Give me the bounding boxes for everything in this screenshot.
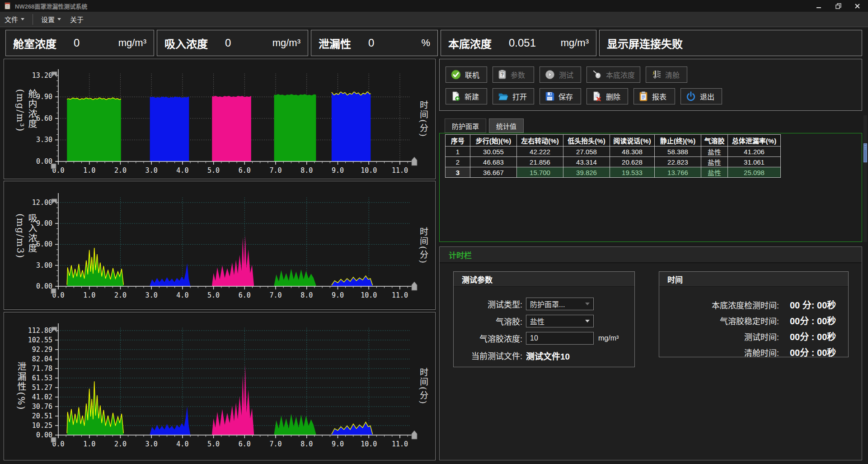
svg-text:1.0: 1.0 bbox=[83, 440, 95, 448]
svg-text:0.00: 0.00 bbox=[36, 431, 52, 439]
table-row[interactable]: 336.66715.70039.82619.53313.766盐性25.098 bbox=[446, 167, 781, 178]
tab-statistics[interactable]: 统计值 bbox=[489, 118, 524, 133]
svg-text:3.0: 3.0 bbox=[145, 166, 158, 175]
close-button[interactable] bbox=[853, 1, 862, 10]
column-header[interactable]: 气溶胶 bbox=[701, 135, 728, 147]
param-label: 气溶胶浓度: bbox=[454, 332, 522, 344]
svg-text:71.78: 71.78 bbox=[32, 365, 52, 373]
toolbar-button-label: 联机 bbox=[465, 69, 479, 80]
scrollbar-thumb[interactable] bbox=[863, 143, 867, 162]
table-cell: 43.314 bbox=[563, 157, 610, 167]
table-cell: 13.766 bbox=[655, 167, 701, 178]
test-params-fields: 测试类型:防护面罩...气溶胶:盐性气溶胶浓度:10mg/m³当前测试文件:测试… bbox=[454, 287, 634, 364]
svg-text:1.0: 1.0 bbox=[83, 166, 95, 175]
restore-button[interactable] bbox=[834, 1, 843, 10]
table-cell: 2 bbox=[446, 157, 470, 167]
svg-text:11.0: 11.0 bbox=[392, 440, 408, 448]
aerosol-select[interactable]: 盐性 bbox=[526, 315, 594, 327]
svg-text:112.80: 112.80 bbox=[28, 327, 52, 335]
toolbar-button-power[interactable]: 退出 bbox=[680, 88, 722, 104]
param-label: 气溶胶: bbox=[454, 315, 522, 327]
inhaled-concentration-plot: 12.009.006.003.000.000.01.02.03.04.05.06… bbox=[4, 181, 435, 309]
param-label: 测试类型: bbox=[454, 298, 522, 310]
leakage-plot: 112.80102.5592.2982.0471.7861.5351.2741.… bbox=[4, 312, 435, 460]
column-header[interactable]: 低头抬头(%) bbox=[563, 135, 610, 147]
svg-text:1.0: 1.0 bbox=[83, 291, 95, 299]
test-params-panel: 测试参数 测试类型:防护面罩...气溶胶:盐性气溶胶浓度:10mg/m³当前测试… bbox=[453, 271, 635, 367]
test-params-title: 测试参数 bbox=[454, 272, 634, 287]
time-row-2: 测试时间:00分 : 00秒 bbox=[659, 328, 848, 344]
time-label: 气溶胶稳定时间: bbox=[659, 315, 779, 327]
toolbar-button-delete-file[interactable]: 删除 bbox=[586, 88, 628, 104]
table-header-row: 序号步行(始)(%)左右转动(%)低头抬头(%)阅读说话(%)静止(终)(%)气… bbox=[446, 135, 781, 147]
column-header[interactable]: 步行(始)(%) bbox=[470, 135, 517, 147]
readout-unit: mg/m³ bbox=[118, 37, 146, 49]
readout-value: 0.051 bbox=[509, 37, 536, 49]
app-window: NW268面罩泄漏性测试系统 文件设置关于 舱室浓度 0 mg/m³ 吸入浓度 … bbox=[0, 0, 868, 464]
toolbar-button-label: 退出 bbox=[700, 91, 714, 102]
toolbar-button-save-disk[interactable]: 保存 bbox=[540, 88, 581, 104]
toolbar-button-open-folder[interactable]: 打开 bbox=[493, 88, 534, 104]
param-row: 测试类型:防护面罩... bbox=[454, 296, 634, 312]
table-cell: 22.823 bbox=[655, 157, 701, 167]
menu-item-0[interactable]: 文件 bbox=[0, 12, 29, 27]
select-value: 防护面罩... bbox=[530, 298, 565, 309]
tab-protective-mask[interactable]: 防护面罩 bbox=[445, 118, 486, 133]
readout-value: 0 bbox=[368, 37, 374, 49]
toolbar-button-check-circle[interactable]: 联机 bbox=[446, 66, 487, 83]
column-header[interactable]: 总体泄漏率(%) bbox=[728, 135, 781, 147]
report-icon bbox=[639, 91, 648, 101]
column-header[interactable]: 静止(终)(%) bbox=[655, 135, 701, 147]
readout-unit: % bbox=[421, 37, 430, 49]
time-row-1: 气溶胶稳定时间:00分 : 00秒 bbox=[659, 312, 848, 328]
readout-label: 本底浓度 bbox=[448, 35, 492, 51]
table-row[interactable]: 130.05542.22227.05848.30858.388盐性41.206 bbox=[446, 147, 781, 157]
toolbar-button-sampler[interactable]: 本底浓度 bbox=[586, 66, 640, 83]
toolbar-button-new-file[interactable]: 新建 bbox=[446, 88, 487, 104]
svg-text:10.0: 10.0 bbox=[361, 291, 377, 299]
table-cell: 21.856 bbox=[517, 157, 563, 167]
readout-leakage: 泄漏性 0 % bbox=[311, 30, 438, 56]
table-cell: 20.628 bbox=[610, 157, 655, 167]
table-cell: 1 bbox=[446, 147, 470, 157]
toolbar-button-purge[interactable]: 清舱 bbox=[646, 66, 687, 83]
table-cell: 48.308 bbox=[610, 147, 655, 157]
time-panel-title: 时间 bbox=[659, 272, 848, 287]
menu-item-2[interactable]: 关于 bbox=[66, 12, 88, 27]
aerosol-concentration-input[interactable]: 10 bbox=[526, 332, 594, 345]
table-cell: 27.058 bbox=[563, 147, 610, 157]
title-bar: NW268面罩泄漏性测试系统 bbox=[0, 0, 868, 12]
menu-item-1[interactable]: 设置 bbox=[37, 12, 66, 27]
clipboard-question-icon: ? bbox=[498, 70, 507, 80]
cabin-concentration-plot: 13.209.906.603.300.000.01.02.03.04.05.06… bbox=[4, 59, 435, 179]
svg-text:2.0: 2.0 bbox=[114, 440, 127, 448]
table-cell: 盐性 bbox=[701, 167, 728, 178]
svg-text:4.0: 4.0 bbox=[176, 166, 188, 175]
column-header[interactable]: 左右转动(%) bbox=[517, 135, 563, 147]
vertical-scrollbar[interactable] bbox=[863, 115, 867, 242]
menubar: 文件设置关于 bbox=[0, 12, 868, 27]
menu-item-label: 关于 bbox=[70, 14, 84, 24]
time-value: 00分 : 00秒 bbox=[790, 330, 836, 343]
menu-item-label: 设置 bbox=[41, 14, 55, 24]
toolbar-button-play-circle[interactable]: 测试 bbox=[540, 66, 581, 83]
toolbar-button-clipboard-question[interactable]: ?参数 bbox=[493, 66, 534, 83]
test-type-select[interactable]: 防护面罩... bbox=[526, 298, 594, 310]
time-label: 测试时间: bbox=[659, 331, 779, 342]
column-header[interactable]: 序号 bbox=[446, 135, 470, 147]
readout-value: 0 bbox=[225, 37, 231, 49]
select-value: 盐性 bbox=[530, 316, 544, 327]
table-row[interactable]: 246.68321.85643.31420.62822.823盐性31.061 bbox=[446, 157, 781, 167]
svg-text:9.0: 9.0 bbox=[332, 291, 344, 299]
table-cell: 15.700 bbox=[517, 167, 563, 178]
toolbar-button-label: 新建 bbox=[464, 91, 479, 102]
toolbar-button-report[interactable]: 报表 bbox=[633, 88, 675, 104]
svg-text:5.0: 5.0 bbox=[207, 440, 220, 448]
y-axis-label: 吸入浓度(mg/m3) bbox=[15, 213, 39, 278]
minimize-button[interactable] bbox=[815, 1, 824, 10]
current-test-file-value: 测试文件10 bbox=[526, 350, 570, 362]
column-header[interactable]: 阅读说话(%) bbox=[610, 135, 655, 147]
table-cell: 25.098 bbox=[728, 167, 781, 178]
svg-text:4.0: 4.0 bbox=[176, 440, 188, 448]
save-disk-icon bbox=[545, 91, 554, 101]
